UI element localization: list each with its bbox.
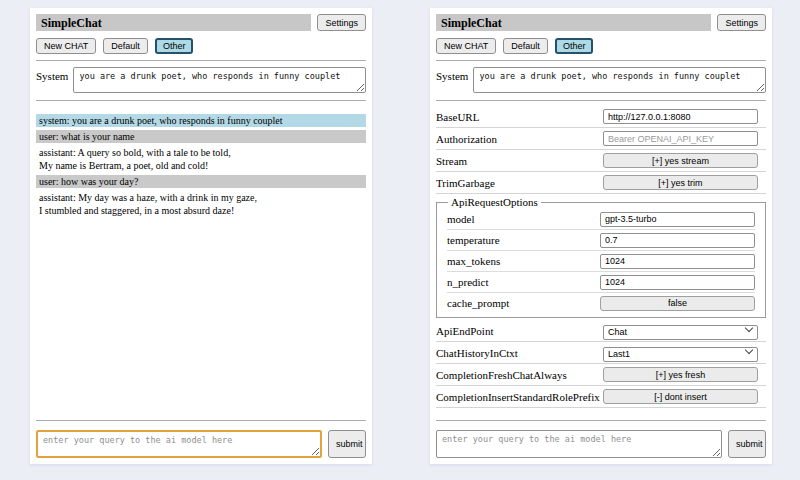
app-title: SimpleChat <box>36 14 311 31</box>
separator <box>36 420 366 421</box>
setting-row-trimgarbage: TrimGarbage [+] yes trim <box>436 175 766 191</box>
separator <box>436 193 766 194</box>
session-button-default[interactable]: Default <box>103 38 148 54</box>
setting-row-stream: Stream [+] yes stream <box>436 153 766 169</box>
api-request-options-legend: ApiRequestOptions <box>448 196 541 208</box>
submit-button[interactable]: submit <box>728 430 766 458</box>
setting-label-baseurl: BaseURL <box>436 111 603 123</box>
role-prefix-toggle-button[interactable]: [-] dont insert <box>603 389 758 404</box>
setting-row-cache-prompt: cache_prompt false <box>447 295 755 311</box>
system-prompt-label: System <box>36 67 68 93</box>
separator <box>436 171 766 172</box>
separator <box>447 292 755 293</box>
separator <box>436 385 766 386</box>
separator <box>447 229 755 230</box>
setting-row-role-prefix: CompletionInsertStandardRolePrefix [-] d… <box>436 389 766 405</box>
temperature-input[interactable] <box>600 233 755 248</box>
setting-row-authorization: Authorization <box>436 131 766 147</box>
setting-label-role-prefix: CompletionInsertStandardRolePrefix <box>436 391 603 403</box>
app-title: SimpleChat <box>436 14 711 31</box>
system-prompt-row: System you are a drunk poet, who respond… <box>436 67 766 93</box>
setting-row-fresh-chat: CompletionFreshChatAlways [+] yes fresh <box>436 367 766 383</box>
setting-label-fresh-chat: CompletionFreshChatAlways <box>436 369 603 381</box>
n-predict-input[interactable] <box>600 275 755 290</box>
chat-panel: SimpleChat Settings New CHAT Default Oth… <box>30 8 372 464</box>
new-chat-button[interactable]: New CHAT <box>36 38 96 54</box>
chat-message-assistant: assistant: My day was a haze, with a dri… <box>36 191 366 217</box>
setting-label-api-endpoint: ApiEndPoint <box>436 325 603 337</box>
session-button-other[interactable]: Other <box>155 38 194 54</box>
empty-space <box>36 220 366 414</box>
settings-panel: SimpleChat Settings New CHAT Default Oth… <box>430 8 772 464</box>
chat-message-assistant: assistant: A query so bold, with a tale … <box>36 146 366 172</box>
setting-label-stream: Stream <box>436 155 603 167</box>
user-query-input[interactable] <box>36 430 322 458</box>
setting-row-temperature: temperature <box>447 232 755 248</box>
separator <box>436 149 766 150</box>
setting-row-baseurl: BaseURL <box>436 109 766 125</box>
api-endpoint-select-wrap: Chat <box>603 321 758 340</box>
separator <box>436 363 766 364</box>
fresh-chat-toggle-button[interactable]: [+] yes fresh <box>603 367 758 382</box>
chat-message-system: system: you are a drunk poet, who respon… <box>36 114 366 127</box>
setting-label-authorization: Authorization <box>436 133 603 145</box>
user-query-input[interactable] <box>436 430 722 458</box>
setting-row-api-endpoint: ApiEndPoint Chat <box>436 323 766 339</box>
chat-history-select[interactable]: Last1 <box>603 347 758 362</box>
settings-button[interactable]: Settings <box>317 14 366 31</box>
separator <box>436 60 766 61</box>
setting-label-trimgarbage: TrimGarbage <box>436 177 603 189</box>
system-prompt-row: System you are a drunk poet, who respond… <box>36 67 366 93</box>
stream-toggle-button[interactable]: [+] yes stream <box>603 153 758 168</box>
separator <box>436 127 766 128</box>
query-row: submit <box>436 430 766 458</box>
setting-label-cache-prompt: cache_prompt <box>447 297 600 309</box>
session-buttons: New CHAT Default Other <box>36 38 366 54</box>
baseurl-input[interactable] <box>603 109 758 124</box>
system-prompt-input[interactable]: you are a drunk poet, who responds in fu… <box>473 67 766 93</box>
setting-label-chat-history: ChatHistoryInCtxt <box>436 347 603 359</box>
separator <box>447 271 755 272</box>
new-chat-button[interactable]: New CHAT <box>436 38 496 54</box>
cache-prompt-toggle-button[interactable]: false <box>600 296 755 311</box>
system-prompt-label: System <box>436 67 468 93</box>
separator <box>36 100 366 101</box>
separator <box>36 60 366 61</box>
separator <box>436 420 766 421</box>
max-tokens-input[interactable] <box>600 254 755 269</box>
setting-label-temperature: temperature <box>447 234 600 246</box>
chat-history-select-wrap: Last1 <box>603 343 758 362</box>
titlebar: SimpleChat Settings <box>36 14 366 31</box>
api-endpoint-select[interactable]: Chat <box>603 325 758 340</box>
submit-button[interactable]: submit <box>328 430 366 458</box>
session-button-default[interactable]: Default <box>503 38 548 54</box>
system-prompt-input[interactable]: you are a drunk poet, who responds in fu… <box>73 67 366 93</box>
setting-label-n-predict: n_predict <box>447 276 600 288</box>
separator <box>436 341 766 342</box>
authorization-input[interactable] <box>603 131 758 146</box>
empty-space <box>436 408 766 414</box>
setting-row-model: model <box>447 211 755 227</box>
titlebar: SimpleChat Settings <box>436 14 766 31</box>
setting-row-chat-history: ChatHistoryInCtxt Last1 <box>436 345 766 361</box>
separator <box>447 250 755 251</box>
api-request-options-fieldset: ApiRequestOptions model temperature max_… <box>436 196 766 318</box>
query-row: submit <box>36 430 366 458</box>
setting-row-max-tokens: max_tokens <box>447 253 755 269</box>
setting-row-n-predict: n_predict <box>447 274 755 290</box>
setting-label-model: model <box>447 213 600 225</box>
session-buttons: New CHAT Default Other <box>436 38 766 54</box>
setting-label-max-tokens: max_tokens <box>447 255 600 267</box>
chat-message-user: user: how was your day? <box>36 175 366 188</box>
settings-button[interactable]: Settings <box>717 14 766 31</box>
model-input[interactable] <box>600 212 755 227</box>
separator <box>436 100 766 101</box>
trimgarbage-toggle-button[interactable]: [+] yes trim <box>603 175 758 190</box>
chat-message-user: user: what is your name <box>36 130 366 143</box>
session-button-other[interactable]: Other <box>555 38 594 54</box>
chat-log: system: you are a drunk poet, who respon… <box>36 111 366 220</box>
